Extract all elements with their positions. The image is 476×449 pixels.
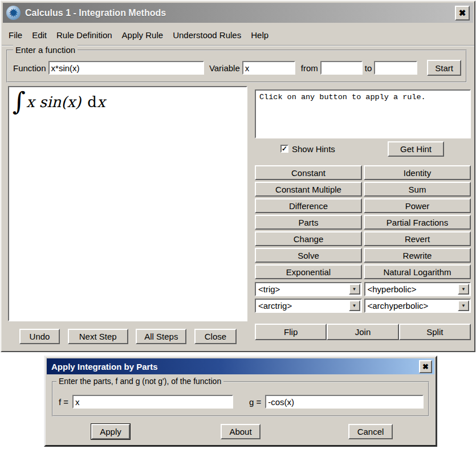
rule-button-partial-fractions[interactable]: Partial Fractions [364,215,471,230]
menu-bar: File Edit Rule Definition Apply Rule Und… [2,26,474,44]
menu-item-apply-rule[interactable]: Apply Rule [122,30,164,40]
menu-item-help[interactable]: Help [251,30,268,40]
rule-button-rewrite[interactable]: Rewrite [364,248,471,263]
menu-item-file[interactable]: File [9,30,22,40]
hyperbolic-combobox[interactable]: <hyperbolic> ▼ [364,282,471,296]
apply-button[interactable]: Apply [91,424,130,439]
dialog-close-icon[interactable]: ✖ [419,360,432,373]
rule-button-power[interactable]: Power [364,198,471,213]
integrand: x sin(x) [26,93,81,111]
rule-button-identity[interactable]: Identity [364,165,471,180]
flip-button[interactable]: Flip [255,324,327,340]
show-hints-checkbox[interactable]: ✓ [280,145,288,153]
variable-label: Variable [209,63,240,73]
transform-button-row: Flip Join Split [255,324,471,340]
rule-button-revert[interactable]: Revert [364,231,471,246]
show-hints-label: Show Hints [292,144,335,154]
f-label: f = [59,397,68,407]
rule-button-difference[interactable]: Difference [255,198,362,213]
rule-button-sum[interactable]: Sum [364,182,471,197]
parts-group: Enter the parts, f and g (not g'), of th… [52,381,429,417]
f-input[interactable] [72,395,233,409]
dialog-titlebar: Apply Integration by Parts ✖ [47,358,434,374]
menu-item-understood-rules[interactable]: Understood Rules [173,30,241,40]
next-step-button[interactable]: Next Step [68,329,128,344]
enter-function-group: Enter a function Function Variable from … [6,50,467,83]
undo-button[interactable]: Undo [19,329,60,344]
from-input[interactable] [320,61,363,75]
function-label: Function [13,63,46,73]
to-label: to [365,63,372,73]
step-button-row: Undo Next Step All Steps Close [8,328,248,344]
chevron-down-icon[interactable]: ▼ [458,284,469,295]
hints-row: ✓ Show Hints Get Hint [255,140,471,157]
dialog-button-row: Apply About Cancel [46,422,436,441]
split-button[interactable]: Split [399,324,471,340]
check-icon: ✓ [282,145,287,152]
rule-button-solve[interactable]: Solve [255,248,362,263]
rule-button-change[interactable]: Change [255,231,362,246]
menu-item-rule-definition[interactable]: Rule Definition [56,30,112,40]
start-button[interactable]: Start [427,60,461,76]
differential-var: x [97,93,105,111]
get-hint-button[interactable]: Get Hint [388,141,444,157]
rule-button-parts[interactable]: Parts [255,215,362,230]
about-button[interactable]: About [221,424,261,439]
differential-d: d [87,93,97,111]
archyperbolic-combobox[interactable]: <archyperbolic> ▼ [364,299,471,313]
all-steps-button[interactable]: All Steps [136,329,186,344]
rule-button-constant[interactable]: Constant [255,165,362,180]
function-input[interactable] [48,61,204,75]
g-label: g = [249,397,261,407]
parts-dialog: Apply Integration by Parts ✖ Enter the p… [44,356,437,447]
main-window: ✹ Calculus 1 - Integration Methods ✖ Fil… [1,1,475,352]
g-input[interactable] [265,395,424,409]
close-button[interactable]: Close [194,329,237,344]
rule-button-grid: Constant Identity Constant Multiple Sum … [255,165,471,279]
hint-text-area: Click on any button to apply a rule. [255,89,471,138]
variable-input[interactable] [242,61,295,75]
join-button[interactable]: Join [327,324,398,340]
close-icon[interactable]: ✖ [455,6,470,21]
main-titlebar: ✹ Calculus 1 - Integration Methods ✖ [3,3,473,23]
rule-button-natural-logarithm[interactable]: Natural Logarithm [364,264,471,279]
rule-combo-area: <trig> ▼ <hyperbolic> ▼ <arctrig> ▼ <arc… [255,282,471,313]
function-row: Function Variable from to Start [7,51,466,81]
app-icon: ✹ [6,6,21,20]
chevron-down-icon[interactable]: ▼ [349,300,360,311]
chevron-down-icon[interactable]: ▼ [458,300,469,311]
chevron-down-icon[interactable]: ▼ [349,284,360,295]
menu-item-edit[interactable]: Edit [32,30,47,40]
cancel-button[interactable]: Cancel [348,424,393,439]
arctrig-combobox[interactable]: <arctrig> ▼ [255,299,362,313]
window-title: Calculus 1 - Integration Methods [25,8,166,18]
trig-combobox[interactable]: <trig> ▼ [255,282,362,296]
expression-canvas[interactable]: ∫ x sin(x) d x [8,86,247,321]
rule-button-constant-multiple[interactable]: Constant Multiple [255,182,362,197]
integral-expression[interactable]: ∫ x sin(x) d x [9,87,246,116]
from-label: from [301,63,318,73]
to-input[interactable] [374,61,417,75]
parts-row: f = g = [53,382,428,415]
dialog-title: Apply Integration by Parts [51,362,158,372]
integral-sign: ∫ [13,88,26,115]
rule-button-exponential[interactable]: Exponential [255,264,362,279]
